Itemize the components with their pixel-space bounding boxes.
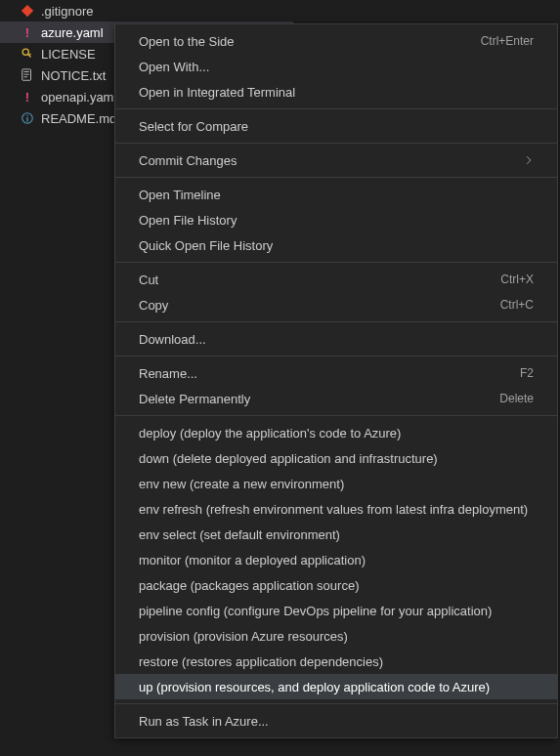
menu-item-label: Commit Changes <box>139 153 237 168</box>
menu-item-cut[interactable]: CutCtrl+X <box>115 267 557 292</box>
menu-item-commit-changes[interactable]: Commit Changes <box>115 147 557 173</box>
menu-item-label: package (packages application source) <box>139 578 359 593</box>
menu-item-open-file-history[interactable]: Open File History <box>115 207 557 232</box>
menu-item-delete-permanently[interactable]: Delete PermanentlyDelete <box>115 386 557 411</box>
menu-item-open-in-integrated-terminal[interactable]: Open in Integrated Terminal <box>115 79 557 105</box>
notice-icon <box>20 67 35 83</box>
menu-item-label: Open to the Side <box>139 34 235 49</box>
menu-item-env-refresh-refresh-environment-values-f[interactable]: env refresh (refresh environment values … <box>115 496 557 522</box>
menu-item-restore-restores-application-dependencie[interactable]: restore (restores application dependenci… <box>115 649 557 674</box>
menu-item-label: Delete Permanently <box>139 392 250 406</box>
menu-item-label: Cut <box>139 273 158 287</box>
yaml-icon: ! <box>20 24 35 40</box>
menu-item-label: deploy (deploy the application's code to… <box>139 426 401 441</box>
menu-separator <box>115 108 557 109</box>
file-label: .gitignore <box>41 4 93 19</box>
menu-item-up-provision-resources-and-deploy-applic[interactable]: up (provision resources, and deploy appl… <box>115 674 557 699</box>
menu-separator <box>115 143 557 144</box>
file-item--gitignore[interactable]: .gitignore <box>0 0 293 21</box>
menu-item-label: up (provision resources, and deploy appl… <box>139 680 490 694</box>
menu-item-copy[interactable]: CopyCtrl+C <box>115 292 557 317</box>
menu-separator <box>115 703 557 704</box>
chevron-right-icon <box>524 153 534 168</box>
gitignore-icon <box>20 3 35 19</box>
menu-item-label: restore (restores application dependenci… <box>139 654 383 669</box>
menu-item-env-select-set-default-environment[interactable]: env select (set default environment) <box>115 522 557 547</box>
file-label: openapi.yaml <box>41 90 116 105</box>
menu-item-label: Copy <box>139 298 168 313</box>
menu-item-quick-open-file-history[interactable]: Quick Open File History <box>115 232 557 258</box>
menu-item-package-packages-application-source[interactable]: package (packages application source) <box>115 572 557 598</box>
menu-separator <box>115 262 557 263</box>
menu-shortcut: Ctrl+X <box>500 273 534 286</box>
menu-item-download[interactable]: Download... <box>115 326 557 352</box>
svg-point-6 <box>26 115 27 116</box>
menu-item-rename[interactable]: Rename...F2 <box>115 360 557 386</box>
menu-item-down-delete-deployed-application-and-inf[interactable]: down (delete deployed application and in… <box>115 445 557 471</box>
menu-item-open-to-the-side[interactable]: Open to the SideCtrl+Enter <box>115 28 557 54</box>
menu-item-monitor-monitor-a-deployed-application[interactable]: monitor (monitor a deployed application) <box>115 547 557 572</box>
context-menu: Open to the SideCtrl+EnterOpen With...Op… <box>114 23 558 738</box>
menu-item-label: Rename... <box>139 366 197 381</box>
menu-item-label: Open Timeline <box>139 188 221 202</box>
menu-shortcut: Delete <box>499 392 534 405</box>
menu-item-label: Run as Task in Azure... <box>139 714 269 729</box>
license-icon <box>20 46 35 62</box>
menu-item-label: pipeline config (configure DevOps pipeli… <box>139 604 492 618</box>
menu-item-label: Open File History <box>139 213 237 228</box>
menu-separator <box>115 177 557 178</box>
menu-shortcut: F2 <box>520 366 534 380</box>
menu-item-deploy-deploy-the-application-s-code-to-[interactable]: deploy (deploy the application's code to… <box>115 420 557 445</box>
menu-item-label: env select (set default environment) <box>139 527 340 542</box>
menu-item-label: Open in Integrated Terminal <box>139 85 295 100</box>
menu-item-pipeline-config-configure-devops-pipelin[interactable]: pipeline config (configure DevOps pipeli… <box>115 598 557 623</box>
menu-item-label: down (delete deployed application and in… <box>139 451 438 466</box>
menu-item-env-new-create-a-new-environment[interactable]: env new (create a new environment) <box>115 471 557 496</box>
menu-item-provision-provision-azure-resources[interactable]: provision (provision Azure resources) <box>115 623 557 649</box>
svg-rect-7 <box>26 117 27 121</box>
menu-item-open-with[interactable]: Open With... <box>115 54 557 79</box>
menu-item-label: env new (create a new environment) <box>139 477 344 491</box>
yaml-icon: ! <box>20 89 35 105</box>
menu-item-open-timeline[interactable]: Open Timeline <box>115 182 557 207</box>
menu-shortcut: Ctrl+Enter <box>481 34 534 48</box>
menu-separator <box>115 356 557 357</box>
menu-separator <box>115 415 557 416</box>
file-label: LICENSE <box>41 47 96 62</box>
menu-item-select-for-compare[interactable]: Select for Compare <box>115 113 557 139</box>
file-label: NOTICE.txt <box>41 68 106 83</box>
file-label: README.md <box>41 111 116 126</box>
menu-shortcut: Ctrl+C <box>500 298 534 312</box>
file-label: azure.yaml <box>41 25 104 40</box>
menu-item-run-as-task-in-azure[interactable]: Run as Task in Azure... <box>115 708 557 734</box>
menu-item-label: Quick Open File History <box>139 238 273 253</box>
menu-item-label: env refresh (refresh environment values … <box>139 502 528 517</box>
menu-separator <box>115 321 557 322</box>
menu-item-label: monitor (monitor a deployed application) <box>139 553 366 567</box>
menu-item-label: Download... <box>139 332 206 347</box>
menu-item-label: Select for Compare <box>139 119 248 134</box>
menu-item-label: Open With... <box>139 60 209 74</box>
readme-icon <box>20 110 35 126</box>
menu-item-label: provision (provision Azure resources) <box>139 629 348 644</box>
